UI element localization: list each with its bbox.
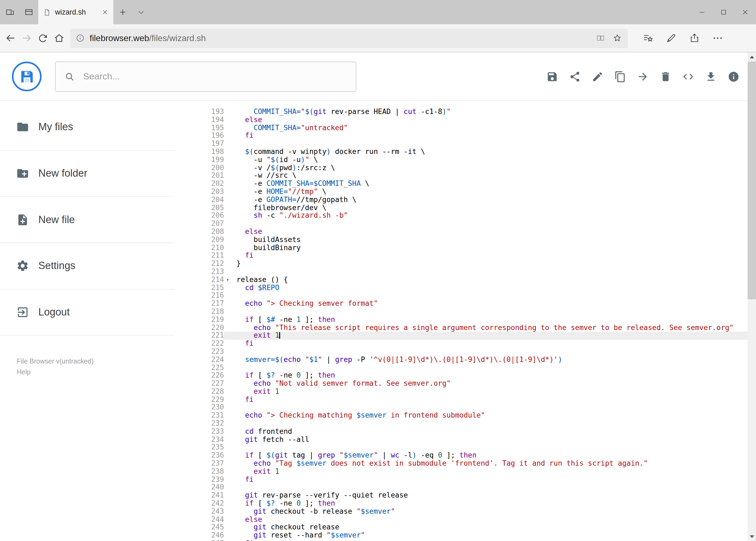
scroll-thumb[interactable] <box>748 62 756 299</box>
code-line-216[interactable]: 216 <box>174 292 748 300</box>
code-line-223[interactable]: 223 <box>174 348 748 356</box>
code-line-213[interactable]: 213 <box>174 268 748 276</box>
search-input[interactable] <box>83 71 347 82</box>
code-line-214[interactable]: 214▾release () { <box>174 276 748 284</box>
new-tab-button[interactable] <box>114 0 132 24</box>
scroll-down-button[interactable] <box>748 532 756 541</box>
code-line-235[interactable]: 235 <box>174 444 748 452</box>
sidebar-item-my-files[interactable]: My files <box>0 104 174 151</box>
code-line-229[interactable]: 229 fi <box>174 396 748 404</box>
sidebar-item-logout[interactable]: Logout <box>0 289 174 336</box>
site-info-icon[interactable] <box>76 34 85 43</box>
web-note-button[interactable] <box>663 27 679 49</box>
code-line-211[interactable]: 211 fi <box>174 252 748 260</box>
code-line-226[interactable]: 226 if [ $? -ne 0 ]; then <box>174 372 748 380</box>
code-line-210[interactable]: 210 buildBinary <box>174 244 748 252</box>
code-line-196[interactable]: 196 fi <box>174 132 748 140</box>
code-line-203[interactable]: 203 -e HOME="//tmp" \ <box>174 188 748 196</box>
code-line-234[interactable]: 234 git fetch --all <box>174 436 748 444</box>
code-line-242[interactable]: 242 if [ $? -ne 0 ]; then <box>174 500 748 508</box>
code-line-243[interactable]: 243 git checkout -b release "$semver" <box>174 508 748 516</box>
code-line-220[interactable]: 220 echo "This release script requires a… <box>174 324 748 332</box>
home-button[interactable] <box>51 27 67 49</box>
help-link[interactable]: Help <box>17 367 174 378</box>
refresh-button[interactable] <box>35 27 51 49</box>
minimize-button[interactable] <box>691 0 713 24</box>
code-line-238[interactable]: 238 exit 1 <box>174 468 748 476</box>
code-line-241[interactable]: 241 git rev-parse --verify --quiet relea… <box>174 492 748 500</box>
share-button[interactable] <box>686 27 702 49</box>
code-line-201[interactable]: 201 -w //src \ <box>174 172 748 180</box>
code-line-209[interactable]: 209 buildAssets <box>174 236 748 244</box>
address-bar[interactable]: filebrowser.web/files/wizard.sh <box>70 28 628 48</box>
code-line-198[interactable]: 198 $(command -v winpty) docker run --rm… <box>174 148 748 156</box>
code-line-221[interactable]: 221 exit 1 <box>174 332 748 340</box>
code-line-207[interactable]: 207 <box>174 220 748 228</box>
browser-tab[interactable]: wizard.sh <box>38 0 114 24</box>
tab-close-icon[interactable] <box>102 9 109 16</box>
share-button[interactable] <box>569 70 581 83</box>
copy-button[interactable] <box>614 70 627 83</box>
back-button[interactable] <box>2 27 18 49</box>
hub-button[interactable] <box>640 27 656 49</box>
code-line-245[interactable]: 245 git checkout release <box>174 524 748 532</box>
code-line-247[interactable]: 247 fi <box>174 540 748 541</box>
code-line-222[interactable]: 222 fi <box>174 340 748 348</box>
code-line-200[interactable]: 200 -v /$(pwd):/src:z \ <box>174 164 748 172</box>
code-line-195[interactable]: 195 COMMIT_SHA="untracked" <box>174 124 748 132</box>
code-line-194[interactable]: 194 else <box>174 116 748 124</box>
code-line-230[interactable]: 230 <box>174 404 748 412</box>
sidebar-item-new-file[interactable]: New file <box>0 197 174 243</box>
code-editor[interactable]: 193 COMMIT_SHA="$(git rev-parse HEAD | c… <box>174 101 748 541</box>
rename-button[interactable] <box>591 70 604 83</box>
tab-preview-button[interactable] <box>23 8 35 17</box>
code-line-215[interactable]: 215 cd $REPO <box>174 284 748 292</box>
sidebar-item-new-folder[interactable]: New folder <box>0 151 174 197</box>
code-line-197[interactable]: 197 <box>174 140 748 148</box>
fold-marker-icon[interactable]: ▾ <box>226 276 229 284</box>
tab-dropdown-button[interactable] <box>132 0 150 24</box>
favorite-star-icon[interactable] <box>612 33 623 43</box>
code-line-199[interactable]: 199 -u "$(id -u)" \ <box>174 156 748 164</box>
close-button[interactable] <box>734 0 756 24</box>
code-line-231[interactable]: 231 echo "> Checking matching $semver in… <box>174 412 748 420</box>
code-line-217[interactable]: 217 echo "> Checking semver format" <box>174 300 748 308</box>
code-line-219[interactable]: 219 if [ $# -ne 1 ]; then <box>174 316 748 324</box>
download-button[interactable] <box>705 70 717 83</box>
forward-button[interactable] <box>18 27 35 49</box>
code-line-232[interactable]: 232 <box>174 420 748 428</box>
code-line-228[interactable]: 228 exit 1 <box>174 388 748 396</box>
code-line-218[interactable]: 218 <box>174 308 748 316</box>
code-line-193[interactable]: 193 COMMIT_SHA="$(git rev-parse HEAD | c… <box>174 108 748 116</box>
maximize-button[interactable] <box>713 0 734 24</box>
code-view-button[interactable] <box>682 70 694 83</box>
code-line-236[interactable]: 236 if [ $(git tag | grep "$semver" | wc… <box>174 452 748 460</box>
code-line-227[interactable]: 227 echo "Not valid semver format. See s… <box>174 380 748 388</box>
code-line-224[interactable]: 224 semver=$(echo "$1" | grep -P '^v(0|[… <box>174 356 748 364</box>
code-line-239[interactable]: 239 fi <box>174 476 748 484</box>
code-line-202[interactable]: 202 -e COMMIT_SHA=$COMMIT_SHA \ <box>174 180 748 188</box>
code-line-225[interactable]: 225 <box>174 364 748 372</box>
code-line-205[interactable]: 205 filebrowser/dev \ <box>174 204 748 212</box>
set-tabs-aside-button[interactable] <box>4 8 16 17</box>
code-line-237[interactable]: 237 echo "Tag $semver does not exist in … <box>174 460 748 468</box>
app-logo[interactable] <box>12 62 42 91</box>
search-box[interactable] <box>55 61 356 92</box>
info-button[interactable] <box>727 70 740 83</box>
code-line-204[interactable]: 204 -e GOPATH=//tmp/gopath \ <box>174 196 748 204</box>
sidebar-item-settings[interactable]: Settings <box>0 243 174 289</box>
more-button[interactable] <box>709 27 725 49</box>
scrollbar[interactable] <box>748 52 756 541</box>
code-line-240[interactable]: 240 <box>174 484 748 492</box>
code-line-206[interactable]: 206 sh -c "./wizard.sh -b" <box>174 212 748 220</box>
scroll-up-button[interactable] <box>748 52 756 61</box>
move-button[interactable] <box>637 70 649 83</box>
delete-button[interactable] <box>659 70 672 83</box>
reading-view-icon[interactable] <box>596 33 606 43</box>
code-line-246[interactable]: 246 git reset --hard "$semver" <box>174 532 748 540</box>
code-line-244[interactable]: 244 else <box>174 516 748 524</box>
code-line-212[interactable]: 212} <box>174 260 748 268</box>
save-button[interactable] <box>546 70 559 83</box>
code-line-233[interactable]: 233 cd frontend <box>174 428 748 436</box>
code-line-208[interactable]: 208 else <box>174 228 748 236</box>
